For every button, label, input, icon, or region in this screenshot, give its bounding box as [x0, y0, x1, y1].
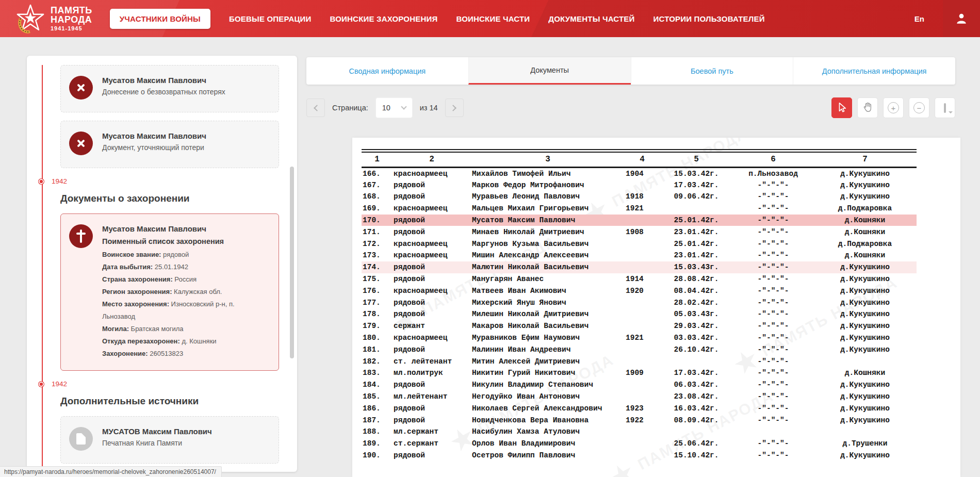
nav-item-документы-частей[interactable]: ДОКУМЕНТЫ ЧАСТЕЙ [548, 14, 634, 23]
cell-n: 189. [362, 438, 393, 450]
table-row[interactable]: 172.красноармеецМаргунов Кузьма Васильев… [362, 238, 917, 250]
table-header-row: 1234567 [362, 153, 917, 168]
cell-rank: мл.лейтенант [393, 391, 471, 403]
cell-n: 178. [362, 308, 393, 320]
nav-item-истории-пользователей[interactable]: ИСТОРИИ ПОЛЬЗОВАТЕЛЕЙ [654, 14, 765, 23]
timeline-document-card[interactable]: МУСАТОВ Максим ПавловичПечатная Книга Па… [60, 416, 279, 464]
cell-n: 168. [362, 191, 393, 203]
table-row[interactable]: 171.рядовойМинаев Николай Дмитриевич1908… [362, 226, 917, 238]
cell-date: 09.06.42г. [660, 191, 733, 203]
table-row[interactable]: 173.красноармеецМишин Александр Алексеев… [362, 250, 917, 261]
table-row[interactable]: 181.рядовойМалинин Иван Андреевич26.10.4… [362, 343, 917, 355]
cell-rank: ст. лейтенант [393, 355, 471, 367]
tab-сводная-информация[interactable]: Сводная информация [306, 57, 468, 85]
cell-date: 17.03.42г. [660, 179, 733, 191]
table-row[interactable]: 182.ст. лейтенантМитин Алексей Дмитриеви… [362, 355, 917, 367]
cell-rank: рядовой [393, 402, 471, 414]
cell-to: д.Кошняки [813, 367, 917, 379]
cell-from: -"-"-"- [733, 355, 813, 367]
cell-from: -"-"-"- [733, 297, 813, 308]
cell-from: -"-"-"- [733, 308, 813, 320]
next-page-button[interactable] [445, 98, 464, 117]
cell-to: д.Кукушкино [813, 179, 917, 191]
page-select[interactable]: 10 [375, 97, 413, 118]
logo-text: ПАМЯТЬ НАРОДА 1941-1945 [51, 6, 92, 32]
cell-rank: рядовой [393, 273, 471, 285]
nav-item-воинские-захоронения[interactable]: ВОИНСКИЕ ЗАХОРОНЕНИЯ [330, 14, 438, 23]
language-toggle[interactable]: En [914, 14, 924, 23]
table-row[interactable]: 187.рядовойНовидченкова Вера Ивановна192… [362, 414, 917, 426]
table-row[interactable]: 168.рядовойМуравьев Леонид Павлович19180… [362, 191, 917, 203]
table-row[interactable]: 176.красноармеецМатвеев Иван Акимович192… [362, 285, 917, 297]
cell-from: -"-"-"- [733, 226, 813, 238]
table-row[interactable]: 167.рядовойМарков Федор Митрофанович17.0… [362, 179, 917, 191]
tab-документы[interactable]: Документы [468, 57, 631, 85]
table-row[interactable]: 166.красноармеецМихайлов Тимофей Ильич19… [362, 168, 917, 179]
cell-rank: мл.политрук [393, 367, 471, 379]
site-logo[interactable]: ПАМЯТЬ НАРОДА 1941-1945 [15, 2, 92, 36]
cell-born: 1914 [625, 273, 660, 285]
tab-боевой-путь[interactable]: Боевой путь [631, 57, 793, 85]
cell-n: 169. [362, 203, 393, 215]
cursor-tool-button[interactable] [831, 97, 852, 118]
timeline-document-card[interactable]: Мусатов Максим ПавловичДонесение о безво… [60, 65, 279, 112]
table-row[interactable]: 190.рядовойОсетров Филипп Павлович15.10.… [362, 450, 917, 462]
cell-born [625, 179, 660, 191]
cell-date [660, 355, 733, 367]
cell-date: 28.08.42г. [660, 273, 733, 285]
top-navbar: ПАМЯТЬ НАРОДА 1941-1945 УЧАСТНИКИ ВОЙНЫБ… [0, 0, 980, 37]
nav-item-воинские-части[interactable]: ВОИНСКИЕ ЧАСТИ [456, 14, 530, 23]
table-row[interactable]: 183.мл.политрукНикитин Гурий Никитович19… [362, 367, 917, 379]
table-row[interactable]: 175.рядовойМанугарян Аванес191428.08.42г… [362, 273, 917, 285]
cell-born: 1921 [625, 332, 660, 344]
hand-tool-button[interactable] [857, 97, 878, 118]
cell-to: д.Кукушкино [813, 308, 917, 320]
cell-born [625, 215, 660, 226]
card-title: МУСАТОВ Максим Павлович [102, 427, 269, 436]
timeline-document-card[interactable]: Мусатов Максим ПавловичДокумент, уточняю… [60, 121, 279, 168]
cell-date: 17.03.42г. [660, 367, 733, 379]
fit-screen-icon [944, 104, 946, 112]
table-row[interactable]: 185.мл.лейтенантНегодуйко Иван Антонович… [362, 391, 917, 403]
zoom-out-tool-button[interactable]: − [909, 97, 929, 118]
cell-rank: красноармеец [393, 203, 471, 215]
table-row[interactable]: 178.рядовойМилешин Николай Дмитриевич05.… [362, 308, 917, 320]
cell-n: 188. [362, 426, 393, 438]
cell-to: д.Кошняки [813, 215, 917, 226]
table-row[interactable]: 169.красноармеецМальцев Михаил Григорьев… [362, 203, 917, 215]
scanned-page: 1234567 166.красноармеецМихайлов Тимофей… [362, 149, 917, 461]
cell-n: 184. [362, 379, 393, 391]
cell-name: Николаев Сергей Александрович [471, 402, 625, 414]
tab-дополнительная-информация[interactable]: Дополнительная информация [793, 57, 955, 85]
cell-name: Орлов Иван Владимирович [471, 438, 625, 450]
cell-name: Михайлов Тимофей Ильич [471, 168, 625, 179]
prev-page-button[interactable] [306, 98, 325, 117]
zoom-in-tool-button[interactable]: + [883, 97, 904, 118]
table-row[interactable]: 170.рядовойМусатов Максим Павлович25.01.… [362, 215, 917, 226]
cell-date: 23.08.42г. [660, 391, 733, 403]
burial-cross-icon [69, 224, 93, 248]
table-row[interactable]: 188.мл.сержантНасибулин Хамза Атулович [362, 426, 917, 438]
table-row[interactable]: 180.красноармеецМуравников Ефим Наумович… [362, 332, 917, 344]
fit-screen-tool-button[interactable] [935, 97, 955, 118]
table-row[interactable]: 189.ст.сержантОрлов Иван Владимирович25.… [362, 438, 917, 450]
cell-n: 171. [362, 226, 393, 238]
cell-name: Марков Федор Митрофанович [471, 179, 625, 191]
sidebar-scrollbar[interactable] [290, 167, 294, 358]
cell-name: Новидченкова Вера Ивановна [471, 414, 625, 426]
nav-item-боевые-операции[interactable]: БОЕВЫЕ ОПЕРАЦИИ [229, 14, 312, 23]
timeline-document-card[interactable]: Мусатов Максим ПавловичПоименный список … [60, 213, 279, 371]
cell-date: 03.03.42г. [660, 332, 733, 344]
table-row[interactable]: 186.рядовойНиколаев Сергей Александрович… [362, 402, 917, 414]
table-row[interactable]: 179.сержантМакаров Николай Васильевич29.… [362, 320, 917, 332]
document-viewer[interactable]: ★ ПАМЯТЬ НАРОДА★ ПАМЯТЬ НАРОДА★ ПАМЯТЬ Н… [352, 138, 960, 477]
table-row[interactable]: 184.рядовойНикулин Владимир Степанович06… [362, 379, 917, 391]
cell-n: 186. [362, 402, 393, 414]
nav-item-участники-войны[interactable]: УЧАСТНИКИ ВОЙНЫ [110, 9, 210, 29]
user-account-button[interactable] [943, 0, 980, 37]
table-row[interactable]: 177.рядовойМихерский Януш Янович28.02.42… [362, 297, 917, 308]
cell-from: -"-"-"- [733, 285, 813, 297]
cell-to: д.Кукушкино [813, 297, 917, 308]
table-row[interactable]: 174.рядовойМалютин Николай Васильевич15.… [362, 261, 917, 273]
cell-born [625, 426, 660, 438]
